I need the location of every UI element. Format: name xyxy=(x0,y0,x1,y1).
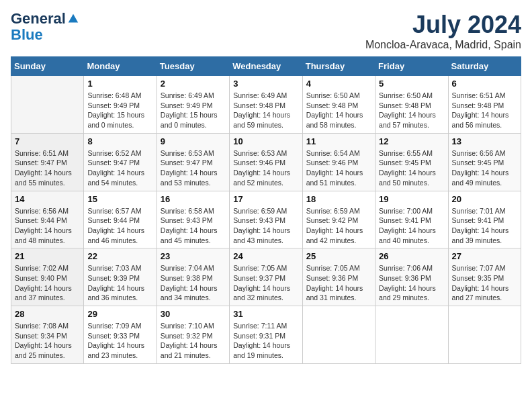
day-info: Sunrise: 7:02 AMSunset: 9:40 PMDaylight:… xyxy=(15,263,80,303)
day-info: Sunrise: 6:58 AMSunset: 9:43 PMDaylight:… xyxy=(161,206,226,246)
day-cell: 26Sunrise: 7:06 AMSunset: 9:36 PMDayligh… xyxy=(375,248,448,306)
day-info: Sunrise: 6:53 AMSunset: 9:47 PMDaylight:… xyxy=(161,148,226,188)
day-cell: 16Sunrise: 6:58 AMSunset: 9:43 PMDayligh… xyxy=(157,191,229,248)
day-number: 8 xyxy=(87,136,152,146)
col-header-wednesday: Wednesday xyxy=(230,57,302,76)
day-number: 6 xyxy=(452,79,517,89)
col-header-thursday: Thursday xyxy=(302,57,375,76)
day-info: Sunrise: 7:07 AMSunset: 9:35 PMDaylight:… xyxy=(452,263,517,303)
day-info: Sunrise: 7:01 AMSunset: 9:41 PMDaylight:… xyxy=(452,206,517,246)
week-row-2: 7Sunrise: 6:51 AMSunset: 9:47 PMDaylight… xyxy=(11,133,521,191)
page-header: General Blue July 2024 Moncloa-Aravaca, … xyxy=(11,11,521,51)
logo-blue: Blue xyxy=(11,27,79,43)
day-cell xyxy=(302,306,375,364)
day-cell: 19Sunrise: 7:00 AMSunset: 9:41 PMDayligh… xyxy=(375,191,448,248)
day-info: Sunrise: 6:50 AMSunset: 9:48 PMDaylight:… xyxy=(379,91,444,130)
day-cell: 7Sunrise: 6:51 AMSunset: 9:47 PMDaylight… xyxy=(11,133,84,191)
day-number: 11 xyxy=(306,136,371,146)
day-info: Sunrise: 6:54 AMSunset: 9:46 PMDaylight:… xyxy=(306,148,371,188)
day-info: Sunrise: 6:49 AMSunset: 9:49 PMDaylight:… xyxy=(161,91,226,130)
day-cell: 29Sunrise: 7:09 AMSunset: 9:33 PMDayligh… xyxy=(84,306,157,364)
day-info: Sunrise: 7:10 AMSunset: 9:32 PMDaylight:… xyxy=(161,321,226,361)
day-cell: 28Sunrise: 7:08 AMSunset: 9:34 PMDayligh… xyxy=(11,306,84,364)
day-info: Sunrise: 6:51 AMSunset: 9:48 PMDaylight:… xyxy=(452,91,517,130)
day-cell: 18Sunrise: 6:59 AMSunset: 9:42 PMDayligh… xyxy=(302,191,375,248)
day-info: Sunrise: 6:59 AMSunset: 9:43 PMDaylight:… xyxy=(233,206,298,246)
day-cell: 25Sunrise: 7:05 AMSunset: 9:36 PMDayligh… xyxy=(302,248,375,306)
day-number: 9 xyxy=(161,136,226,146)
day-info: Sunrise: 7:11 AMSunset: 9:31 PMDaylight:… xyxy=(233,321,298,361)
day-cell: 31Sunrise: 7:11 AMSunset: 9:31 PMDayligh… xyxy=(230,306,302,364)
day-info: Sunrise: 7:08 AMSunset: 9:34 PMDaylight:… xyxy=(15,321,80,361)
day-info: Sunrise: 7:03 AMSunset: 9:39 PMDaylight:… xyxy=(87,263,152,303)
day-cell xyxy=(375,306,448,364)
day-cell: 8Sunrise: 6:52 AMSunset: 9:47 PMDaylight… xyxy=(84,133,157,191)
day-info: Sunrise: 6:52 AMSunset: 9:47 PMDaylight:… xyxy=(87,148,152,188)
day-number: 31 xyxy=(233,309,298,319)
day-info: Sunrise: 6:48 AMSunset: 9:49 PMDaylight:… xyxy=(87,91,152,130)
day-number: 24 xyxy=(233,251,298,261)
day-number: 25 xyxy=(306,251,371,261)
day-number: 22 xyxy=(87,251,152,261)
day-number: 4 xyxy=(306,79,371,89)
main-title: July 2024 xyxy=(365,11,521,39)
calendar-table: SundayMondayTuesdayWednesdayThursdayFrid… xyxy=(11,56,521,364)
col-header-friday: Friday xyxy=(375,57,448,76)
day-number: 18 xyxy=(306,194,371,204)
week-row-4: 21Sunrise: 7:02 AMSunset: 9:40 PMDayligh… xyxy=(11,248,521,306)
day-cell: 20Sunrise: 7:01 AMSunset: 9:41 PMDayligh… xyxy=(448,191,521,248)
day-info: Sunrise: 7:05 AMSunset: 9:36 PMDaylight:… xyxy=(306,263,371,303)
col-header-saturday: Saturday xyxy=(448,57,521,76)
day-number: 19 xyxy=(379,194,444,204)
day-cell: 13Sunrise: 6:56 AMSunset: 9:45 PMDayligh… xyxy=(448,133,521,191)
day-number: 23 xyxy=(161,251,226,261)
day-cell: 12Sunrise: 6:55 AMSunset: 9:45 PMDayligh… xyxy=(375,133,448,191)
day-number: 5 xyxy=(379,79,444,89)
day-number: 3 xyxy=(233,79,298,89)
day-info: Sunrise: 6:50 AMSunset: 9:48 PMDaylight:… xyxy=(306,91,371,130)
day-cell: 17Sunrise: 6:59 AMSunset: 9:43 PMDayligh… xyxy=(230,191,302,248)
day-info: Sunrise: 7:06 AMSunset: 9:36 PMDaylight:… xyxy=(379,263,444,303)
day-cell: 11Sunrise: 6:54 AMSunset: 9:46 PMDayligh… xyxy=(302,133,375,191)
day-info: Sunrise: 6:56 AMSunset: 9:44 PMDaylight:… xyxy=(15,206,80,246)
calendar-body: 1Sunrise: 6:48 AMSunset: 9:49 PMDaylight… xyxy=(11,76,521,364)
day-number: 27 xyxy=(452,251,517,261)
day-info: Sunrise: 7:00 AMSunset: 9:41 PMDaylight:… xyxy=(379,206,444,246)
day-cell: 6Sunrise: 6:51 AMSunset: 9:48 PMDaylight… xyxy=(448,76,521,134)
week-row-5: 28Sunrise: 7:08 AMSunset: 9:34 PMDayligh… xyxy=(11,306,521,364)
day-info: Sunrise: 7:09 AMSunset: 9:33 PMDaylight:… xyxy=(87,321,152,361)
day-number: 12 xyxy=(379,136,444,146)
day-cell: 23Sunrise: 7:04 AMSunset: 9:38 PMDayligh… xyxy=(157,248,229,306)
day-number: 2 xyxy=(161,79,226,89)
day-cell: 21Sunrise: 7:02 AMSunset: 9:40 PMDayligh… xyxy=(11,248,84,306)
logo-general: General xyxy=(11,11,66,27)
day-number: 30 xyxy=(161,309,226,319)
day-number: 13 xyxy=(452,136,517,146)
day-info: Sunrise: 6:53 AMSunset: 9:46 PMDaylight:… xyxy=(233,148,298,188)
day-cell xyxy=(11,76,84,134)
day-info: Sunrise: 7:04 AMSunset: 9:38 PMDaylight:… xyxy=(161,263,226,303)
day-cell: 10Sunrise: 6:53 AMSunset: 9:46 PMDayligh… xyxy=(230,133,302,191)
day-info: Sunrise: 6:55 AMSunset: 9:45 PMDaylight:… xyxy=(379,148,444,188)
day-cell: 1Sunrise: 6:48 AMSunset: 9:49 PMDaylight… xyxy=(84,76,157,134)
subtitle: Moncloa-Aravaca, Madrid, Spain xyxy=(365,39,521,51)
day-cell: 24Sunrise: 7:05 AMSunset: 9:37 PMDayligh… xyxy=(230,248,302,306)
day-info: Sunrise: 7:05 AMSunset: 9:37 PMDaylight:… xyxy=(233,263,298,303)
day-info: Sunrise: 6:57 AMSunset: 9:44 PMDaylight:… xyxy=(87,206,152,246)
day-cell: 22Sunrise: 7:03 AMSunset: 9:39 PMDayligh… xyxy=(84,248,157,306)
day-number: 14 xyxy=(15,194,80,204)
week-row-1: 1Sunrise: 6:48 AMSunset: 9:49 PMDaylight… xyxy=(11,76,521,134)
day-number: 15 xyxy=(87,194,152,204)
day-cell xyxy=(448,306,521,364)
day-info: Sunrise: 6:56 AMSunset: 9:45 PMDaylight:… xyxy=(452,148,517,188)
day-info: Sunrise: 6:49 AMSunset: 9:48 PMDaylight:… xyxy=(233,91,298,130)
col-header-sunday: Sunday xyxy=(11,57,84,76)
day-number: 17 xyxy=(233,194,298,204)
svg-marker-0 xyxy=(69,14,78,23)
day-number: 26 xyxy=(379,251,444,261)
logo-icon xyxy=(67,13,79,25)
day-cell: 3Sunrise: 6:49 AMSunset: 9:48 PMDaylight… xyxy=(230,76,302,134)
day-cell: 14Sunrise: 6:56 AMSunset: 9:44 PMDayligh… xyxy=(11,191,84,248)
day-cell: 30Sunrise: 7:10 AMSunset: 9:32 PMDayligh… xyxy=(157,306,229,364)
day-number: 16 xyxy=(161,194,226,204)
